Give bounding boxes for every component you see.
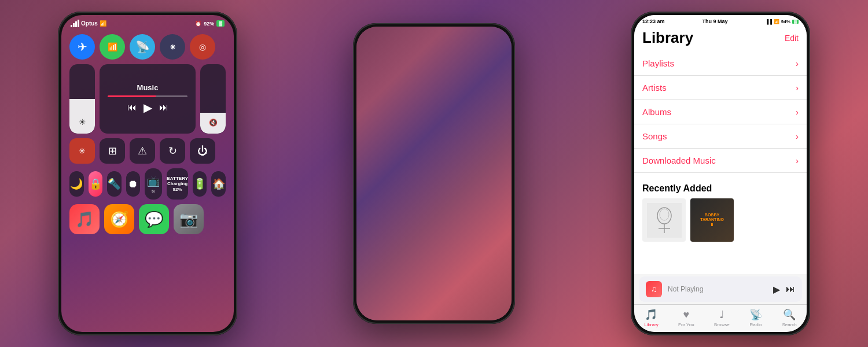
downloaded-music-label: Downloaded Music: [642, 156, 716, 165]
lib-header: Library Edit: [634, 27, 807, 51]
for-you-tab-label: For You: [678, 322, 694, 327]
camera-app-button[interactable]: 📷: [174, 204, 204, 234]
carrier-info: Optus 📶: [71, 20, 106, 27]
lock-rotate-button[interactable]: 🔒: [89, 171, 103, 197]
tab-for-you[interactable]: ♥ For You: [678, 309, 694, 327]
browse-tab-label: Browse: [714, 322, 730, 327]
chevron-right-icon: ›: [796, 131, 799, 141]
cc-content: ✈ 📶 📡 ⁕ ◎ ☀: [61, 29, 234, 204]
phone-1: Optus 📶 ⏰ 92% ▓ ✈ 📶 📡: [58, 12, 237, 335]
status-bar-1: Optus 📶 ⏰ 92% ▓: [61, 15, 234, 29]
album-thumb-2[interactable]: BOBBYTARANTINOII: [690, 198, 734, 242]
bluetooth-button[interactable]: ⁕: [160, 34, 185, 60]
music-sliders-row: ☀ Music ⏮ ▶ ⏭: [69, 64, 226, 134]
lib-status-bar: 12:23 am Thu 9 May ▐▐ 📶 94% ▓: [634, 15, 807, 27]
lib-date: Thu 9 May: [703, 19, 728, 24]
chevron-right-icon: ›: [796, 83, 799, 93]
library-title: Library: [642, 29, 693, 47]
messages-app-button[interactable]: 💬: [139, 204, 169, 234]
battery-info-widget: BATTERYCharging92%: [167, 168, 188, 200]
flashlight-button[interactable]: 🔦: [107, 171, 122, 197]
not-playing-text: Not Playing: [668, 285, 767, 293]
album-thumbnails: BOBBYTARANTINOII: [642, 198, 799, 242]
music-app-icon: ♫: [646, 281, 662, 297]
hotspot-button[interactable]: ◎: [190, 34, 215, 60]
alarm-icon: ⏰: [195, 21, 201, 27]
battery-icon: ▓: [216, 20, 225, 27]
music-controls: ⏮ ▶ ⏭: [127, 101, 168, 115]
phone-1-screen: Optus 📶 ⏰ 92% ▓ ✈ 📶 📡: [61, 15, 234, 332]
airplane-mode-button[interactable]: ✈: [69, 34, 95, 60]
apple-tv-button[interactable]: 📺 tv: [145, 168, 162, 200]
dock-row: 🎵 🧭 💬 📷: [61, 204, 234, 234]
music-section: Music ⏮ ▶ ⏭: [100, 64, 196, 134]
music-widget: Music ⏮ ▶ ⏭: [100, 64, 196, 134]
library-tab-icon: 🎵: [645, 308, 657, 321]
volume-icon: 🔇: [209, 119, 218, 127]
fast-forward-button[interactable]: ⏭: [159, 102, 168, 113]
battery-charging-label: BATTERYCharging92%: [167, 176, 188, 193]
home-button[interactable]: 🏠: [211, 171, 226, 197]
artists-item[interactable]: Artists ›: [634, 76, 807, 100]
brightness-slider[interactable]: ☀: [69, 64, 95, 134]
downloaded-music-item[interactable]: Downloaded Music ›: [634, 149, 807, 173]
tab-radio[interactable]: 📡 Radio: [749, 308, 762, 327]
moon-button[interactable]: 🌙: [69, 171, 84, 197]
playlists-label: Playlists: [642, 58, 674, 68]
playlists-item[interactable]: Playlists ›: [634, 51, 807, 76]
scene: Optus 📶 ⏰ 92% ▓ ✈ 📶 📡: [0, 0, 868, 347]
phone-3: 12:23 am Thu 9 May ▐▐ 📶 94% ▓ Library Ed…: [631, 12, 810, 335]
warning-button[interactable]: ⚠: [130, 138, 155, 164]
library-tab-label: Library: [644, 322, 658, 327]
search-tab-label: Search: [782, 322, 796, 327]
mini-ff-button[interactable]: ⏭: [786, 284, 795, 295]
system-icons-row: ✳ ⊞ ⚠ ↻ ⏻: [69, 138, 226, 164]
chevron-right-icon: ›: [796, 107, 799, 117]
signal-icon: [71, 20, 79, 27]
chevron-right-icon: ›: [796, 156, 799, 165]
albums-item[interactable]: Albums ›: [634, 100, 807, 124]
music-app-button[interactable]: 🎵: [69, 204, 100, 234]
grid-button[interactable]: ⊞: [100, 138, 125, 164]
search-tab-icon: 🔍: [783, 308, 796, 321]
for-you-tab-icon: ♥: [683, 309, 689, 321]
signal-icon-lib: ▐▐: [766, 19, 772, 24]
chevron-right-icon: ›: [796, 58, 799, 68]
bobby-tarantino-text: BOBBYTARANTINOII: [698, 211, 726, 230]
recently-added-label: Recently Added: [642, 183, 799, 194]
album-art-1: [647, 203, 682, 238]
record-button[interactable]: ⏺: [126, 171, 141, 197]
library-menu: Playlists › Artists › Albums › Songs ›: [634, 51, 807, 274]
wifi-button[interactable]: 📡: [130, 34, 155, 60]
album-thumb-1[interactable]: [642, 198, 686, 242]
compass-app-button[interactable]: 🧭: [104, 204, 134, 234]
brightness-red-button[interactable]: ✳: [69, 138, 95, 164]
rotate-button[interactable]: ↻: [160, 138, 185, 164]
battery-lib: 94%: [781, 19, 790, 24]
songs-label: Songs: [642, 131, 667, 141]
volume-slider[interactable]: 🔇: [200, 64, 226, 134]
carrier-name: Optus: [81, 20, 98, 27]
edit-button[interactable]: Edit: [785, 29, 799, 43]
play-button[interactable]: ▶: [144, 101, 152, 115]
mini-play-button[interactable]: ▶: [773, 284, 780, 295]
power-button[interactable]: ⏻: [190, 138, 215, 164]
control-center: Optus 📶 ⏰ 92% ▓ ✈ 📶 📡: [61, 15, 234, 332]
phone-2: ✳ Respring ⊞ UICache ⚠ Sa: [353, 23, 515, 324]
tab-library[interactable]: 🎵 Library: [644, 308, 658, 327]
songs-item[interactable]: Songs ›: [634, 124, 807, 149]
brightness-icon: ☀: [79, 117, 86, 127]
tab-search[interactable]: 🔍 Search: [782, 308, 796, 327]
tab-browse[interactable]: ♩ Browse: [714, 308, 730, 327]
cellular-button[interactable]: 📶: [100, 34, 125, 60]
mini-player[interactable]: ♫ Not Playing ▶ ⏭: [639, 276, 802, 302]
wifi-icon: 📶: [100, 20, 106, 27]
blur-background: [356, 27, 512, 320]
connectivity-row: ✈ 📶 📡 ⁕ ◎: [69, 34, 226, 60]
music-title: Music: [137, 83, 159, 92]
app-icons-row: 🌙 🔒 🔦 ⏺ 📺 tv BATTERYCharging92% 🔋: [69, 168, 226, 200]
browse-tab-icon: ♩: [719, 308, 724, 321]
library-screen: 12:23 am Thu 9 May ▐▐ 📶 94% ▓ Library Ed…: [634, 15, 807, 332]
rewind-button[interactable]: ⏮: [127, 102, 137, 113]
radio-tab-icon: 📡: [749, 308, 762, 321]
